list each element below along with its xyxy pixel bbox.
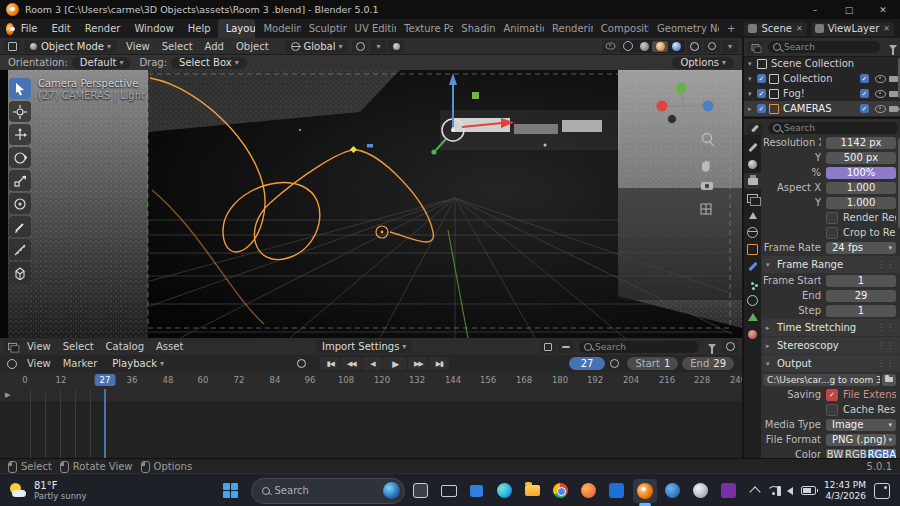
tab-view-layer-icon[interactable] [744, 190, 761, 206]
editor-type-outliner-icon[interactable] [747, 41, 763, 54]
snap-settings-dropdown[interactable]: ▾ [370, 40, 386, 53]
viewport-menu-add[interactable]: Add [199, 41, 230, 52]
stereoscopy-section-header[interactable]: ▸ Stereoscopy ⋮⋮ [762, 337, 900, 354]
viewport-camera-icon[interactable] [701, 182, 713, 190]
output-section-header[interactable]: ▾ Output ⋮⋮ [762, 355, 900, 372]
viewport-menu-select[interactable]: Select [156, 41, 199, 52]
output-path-field[interactable]: C:\Users\car...g to room 3\ [763, 374, 880, 386]
move-tool[interactable] [9, 124, 31, 145]
mode-dropdown[interactable]: Object Mode ▾ [24, 40, 117, 53]
frame-range-section-header[interactable]: ▾ Frame Range ⋮⋮ [762, 256, 900, 273]
color-bw-button[interactable]: BW [826, 449, 844, 459]
hide-eye-icon[interactable] [875, 105, 886, 113]
options-dropdown[interactable]: Options ▾ [672, 57, 734, 69]
crop-checkbox[interactable] [826, 227, 838, 239]
battery-icon[interactable] [801, 486, 816, 495]
asset-filter-icon[interactable] [708, 344, 716, 349]
chrome-browser-icon[interactable] [549, 479, 573, 503]
rotate-tool[interactable] [9, 147, 31, 168]
asset-view-list-icon[interactable] [558, 340, 574, 353]
taskbar-search[interactable] [251, 478, 405, 504]
frame-start-field[interactable]: 1 [826, 275, 896, 287]
timeline-menu-marker[interactable]: Marker [57, 358, 104, 369]
hide-eye-icon[interactable] [875, 90, 886, 98]
jump-to-end-button[interactable]: ▶▮ [429, 357, 449, 370]
prev-keyframe-button[interactable]: ◀◀ [341, 357, 361, 370]
percent-field[interactable]: 100% [826, 167, 896, 179]
menu-file[interactable]: File [14, 19, 45, 38]
cache-result-checkbox[interactable] [826, 404, 838, 416]
proportional-editing-toggle[interactable] [388, 40, 404, 53]
visibility-dropdown[interactable] [602, 40, 618, 53]
asset-view-grid-icon[interactable] [540, 340, 556, 353]
browse-folder-button[interactable] [882, 374, 896, 386]
taskbar-search-input[interactable] [273, 484, 357, 497]
workspace-tab-layout[interactable]: Layout [218, 19, 256, 38]
color-rgba-button[interactable]: RGBA [868, 449, 896, 459]
shading-dropdown[interactable]: ▾ [722, 40, 738, 53]
workspace-tab-animation[interactable]: Animation [495, 19, 544, 38]
disclosure-icon[interactable]: ▾ [748, 90, 757, 98]
asset-menu-asset[interactable]: Asset [150, 341, 189, 352]
tab-world-icon[interactable] [744, 224, 761, 240]
frame-end-field[interactable]: End 29 [682, 357, 734, 370]
frame-step-field[interactable]: 1 [826, 305, 896, 317]
blender-menu-icon[interactable] [6, 23, 14, 35]
asset-search[interactable] [579, 341, 699, 353]
tab-render-icon[interactable] [744, 156, 761, 172]
nav-axis-z[interactable] [703, 101, 714, 112]
viewlayer-unlink-icon[interactable]: ✕ [883, 24, 890, 33]
tab-tool-icon[interactable] [744, 139, 761, 155]
summary-expand-icon[interactable]: ▶ [5, 391, 14, 399]
menu-window[interactable]: Window [127, 19, 180, 38]
frame-rate-dropdown[interactable]: 24 fps [826, 242, 896, 254]
properties-search[interactable] [768, 122, 898, 134]
scene-selector[interactable]: Scene ✕ [744, 22, 806, 36]
edge-browser-icon[interactable] [493, 479, 517, 503]
outliner-row-cameras[interactable]: ▸ ✓ CAMERAS ✓ [744, 101, 900, 116]
app-icon-orange[interactable] [577, 479, 601, 503]
frame-end-field[interactable]: 29 [826, 290, 896, 302]
viewport-pan-hand-icon[interactable] [702, 161, 710, 172]
play-button[interactable]: ▶ [383, 357, 407, 370]
resolution-y-field[interactable]: 500 px [826, 152, 896, 164]
media-type-dropdown[interactable]: Image [826, 419, 896, 431]
asset-settings-gear-icon[interactable] [722, 340, 738, 353]
exclude-checkbox[interactable]: ✓ [860, 74, 869, 83]
app-icon-blue-square[interactable] [605, 479, 629, 503]
menu-render[interactable]: Render [78, 19, 128, 38]
jump-to-start-button[interactable]: ▮◀ [320, 357, 340, 370]
play-reverse-button[interactable]: ◀ [362, 357, 382, 370]
timeline-ruler[interactable]: 0 12 36 48 60 72 84 96 108 120 132 144 1… [0, 372, 742, 390]
file-explorer-icon[interactable] [521, 479, 545, 503]
hide-eye-icon[interactable] [875, 75, 886, 83]
tab-particles-icon[interactable] [744, 275, 761, 291]
panel-drag-dots-icon[interactable]: ⋮⋮ [877, 341, 895, 350]
tab-object-data-icon[interactable] [744, 309, 761, 325]
collection-enable-checkbox[interactable]: ✓ [757, 74, 766, 83]
current-frame-field[interactable]: 27 [569, 357, 606, 370]
workspace-tab-uv-editing[interactable]: UV Editing [347, 19, 396, 38]
outliner-row-fog[interactable]: ▾ ✓ Fog! ✓ [744, 86, 900, 101]
add-cube-tool[interactable] [9, 262, 31, 283]
aspect-y-field[interactable]: 1.000 [826, 197, 896, 209]
tab-output-printer-icon[interactable] [744, 173, 761, 189]
playhead-frame-label[interactable]: 27 [95, 374, 116, 386]
store-app-icon[interactable] [465, 479, 489, 503]
tab-physics-icon[interactable] [744, 292, 761, 308]
file-format-dropdown[interactable]: PNG (.png) [826, 434, 896, 446]
asset-menu-catalog[interactable]: Catalog [100, 341, 150, 352]
select-box-tool[interactable] [9, 78, 31, 99]
collection-enable-checkbox[interactable]: ✓ [757, 104, 766, 113]
shading-solid-button[interactable] [636, 41, 652, 52]
outliner-row-scene-collection[interactable]: ▾ Scene Collection [744, 56, 900, 71]
snap-magnet-toggle[interactable] [352, 40, 368, 53]
drag-dropdown[interactable]: Select Box ▾ [171, 57, 247, 69]
panel-drag-dots-icon[interactable]: ⋮⋮ [877, 359, 895, 368]
notification-center-icon[interactable] [874, 483, 890, 499]
scale-tool[interactable] [9, 170, 31, 191]
task-view-icon[interactable] [409, 479, 433, 503]
import-settings-dropdown[interactable]: Import Settings ▾ [316, 340, 412, 353]
tab-scene-icon[interactable] [744, 207, 761, 223]
tab-object-icon[interactable] [744, 241, 761, 257]
